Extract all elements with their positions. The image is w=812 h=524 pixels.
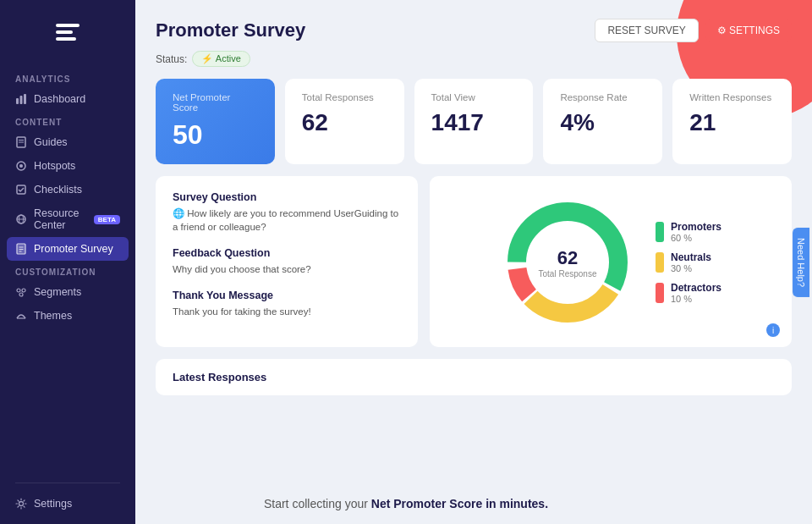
- donut-container: 62 Total Response Promoters 60 %: [447, 195, 775, 330]
- total-responses-value: 62: [302, 109, 387, 136]
- neutrals-pct: 30 %: [671, 263, 711, 273]
- neutrals-label: Neutrals: [671, 251, 711, 263]
- stats-row: Net Promoter Score 50 Total Responses 62…: [156, 79, 792, 164]
- hotspots-label: Hotspots: [34, 160, 75, 172]
- sidebar-item-resource-center[interactable]: Resource Center BETA: [0, 201, 135, 237]
- legend-item-promoters: Promoters 60 %: [656, 221, 721, 243]
- promoters-text: Promoters 60 %: [671, 221, 721, 243]
- stat-card-response-rate: Response Rate 4%: [543, 79, 662, 164]
- detractors-pct: 10 %: [671, 294, 721, 304]
- donut-total: 62: [539, 247, 597, 269]
- tagline-bold: Net Promoter Score in minutes.: [371, 497, 548, 510]
- thank-you-block: Thank You Message Thank you for taking t…: [173, 290, 401, 318]
- content-label: Content: [0, 118, 135, 127]
- settings-button[interactable]: ⚙ SETTINGS: [705, 19, 792, 41]
- sidebar-item-guides[interactable]: Guides: [0, 130, 135, 154]
- header-actions: RESET SURVEY ⚙ SETTINGS: [595, 19, 792, 42]
- svg-point-20: [22, 289, 25, 292]
- svg-rect-5: [24, 94, 26, 104]
- nps-value: 50: [173, 119, 258, 151]
- donut-wrapper: 62 Total Response: [500, 195, 635, 330]
- svg-rect-0: [56, 24, 80, 27]
- thank-you-text: Thank you for taking the survey!: [173, 305, 401, 318]
- need-help-tab[interactable]: Need Help?: [793, 227, 809, 296]
- total-view-label: Total View: [431, 92, 517, 102]
- guides-label: Guides: [34, 136, 68, 148]
- reset-survey-button[interactable]: RESET SURVEY: [595, 19, 698, 42]
- target-icon: [15, 160, 27, 172]
- sidebar-item-checklists[interactable]: Checklists: [0, 178, 135, 201]
- written-responses-label: Written Responses: [689, 92, 775, 102]
- svg-point-21: [19, 293, 23, 296]
- response-rate-value: 4%: [560, 109, 645, 136]
- survey-question-block: Survey Question 🌐 How likely are you to …: [173, 191, 401, 234]
- svg-point-19: [17, 289, 20, 292]
- analytics-label: Analytics: [0, 74, 135, 84]
- book-icon: [15, 136, 27, 148]
- svg-rect-3: [16, 98, 19, 104]
- settings-label: Settings: [34, 498, 72, 510]
- status-bar: Status: ⚡ Active: [156, 51, 792, 67]
- svg-rect-4: [20, 96, 23, 104]
- sidebar-item-hotspots[interactable]: Hotspots: [0, 154, 135, 178]
- sidebar-item-dashboard[interactable]: Dashboard: [0, 87, 135, 111]
- sidebar-item-settings[interactable]: Settings: [0, 492, 135, 516]
- sidebar-item-promoter-survey[interactable]: Promoter Survey: [7, 237, 129, 261]
- neutrals-dot: [656, 252, 664, 273]
- promoters-label: Promoters: [671, 221, 721, 233]
- detractors-label: Detractors: [671, 282, 721, 294]
- segments-label: Segments: [34, 286, 81, 298]
- svg-rect-1: [56, 30, 73, 34]
- legend-item-neutrals: Neutrals 30 %: [656, 251, 721, 273]
- feedback-question-text: Why did you choose that score?: [173, 262, 401, 276]
- written-responses-value: 21: [689, 109, 775, 136]
- promoter-survey-label: Promoter Survey: [34, 243, 113, 255]
- status-badge: ⚡ Active: [192, 51, 250, 67]
- latest-responses-panel: Latest Responses: [156, 359, 792, 395]
- neutrals-text: Neutrals 30 %: [671, 251, 711, 273]
- nps-label: Net Promoter Score: [173, 92, 258, 113]
- svg-point-23: [19, 502, 24, 506]
- svg-rect-2: [56, 37, 76, 41]
- survey-question-text: 🌐 How likely are you to recommend UserGu…: [173, 207, 401, 234]
- response-rate-label: Response Rate: [560, 92, 645, 102]
- donut-legend: Promoters 60 % Neutrals 30 %: [656, 221, 721, 304]
- survey-question-title: Survey Question: [173, 191, 401, 203]
- status-label: Status:: [156, 53, 187, 65]
- feedback-question-block: Feedback Question Why did you choose tha…: [173, 247, 401, 276]
- detractors-dot: [656, 283, 664, 303]
- donut-chart-panel: 62 Total Response Promoters 60 %: [430, 176, 792, 347]
- donut-center: 62 Total Response: [539, 247, 597, 279]
- resource-center-label: Resource Center: [34, 207, 85, 231]
- sidebar-item-themes[interactable]: Themes: [0, 304, 135, 328]
- header: Promoter Survey RESET SURVEY ⚙ SETTINGS: [156, 19, 792, 42]
- promoters-pct: 60 %: [671, 233, 721, 243]
- chart-icon: [15, 93, 27, 105]
- detractors-text: Detractors 10 %: [671, 282, 721, 304]
- themes-label: Themes: [34, 310, 72, 322]
- info-icon[interactable]: i: [766, 323, 780, 337]
- legend-item-detractors: Detractors 10 %: [656, 282, 721, 304]
- total-responses-label: Total Responses: [302, 92, 387, 102]
- beta-badge: BETA: [94, 215, 120, 224]
- globe-icon: [15, 213, 27, 225]
- sidebar-logo: [0, 17, 135, 47]
- sidebar: Analytics Dashboard Content Guides Hotsp…: [0, 0, 135, 524]
- dashboard-label: Dashboard: [34, 93, 85, 105]
- latest-responses-title: Latest Responses: [173, 371, 775, 383]
- sidebar-bottom: Settings: [0, 474, 135, 516]
- checklists-label: Checklists: [34, 184, 82, 196]
- customization-label: Customization: [0, 268, 135, 277]
- bottom-panels: Survey Question 🌐 How likely are you to …: [156, 176, 792, 347]
- check-icon: [15, 184, 27, 196]
- stat-card-written-responses: Written Responses 21: [672, 79, 792, 164]
- promoters-dot: [656, 222, 664, 242]
- themes-icon: [15, 310, 27, 322]
- survey-questions-panel: Survey Question 🌐 How likely are you to …: [156, 176, 418, 347]
- stat-card-total-responses: Total Responses 62: [285, 79, 404, 164]
- segments-icon: [15, 286, 27, 298]
- donut-sub: Total Response: [539, 269, 597, 279]
- total-view-value: 1417: [431, 109, 517, 136]
- thank-you-title: Thank You Message: [173, 290, 401, 301]
- sidebar-item-segments[interactable]: Segments: [0, 280, 135, 304]
